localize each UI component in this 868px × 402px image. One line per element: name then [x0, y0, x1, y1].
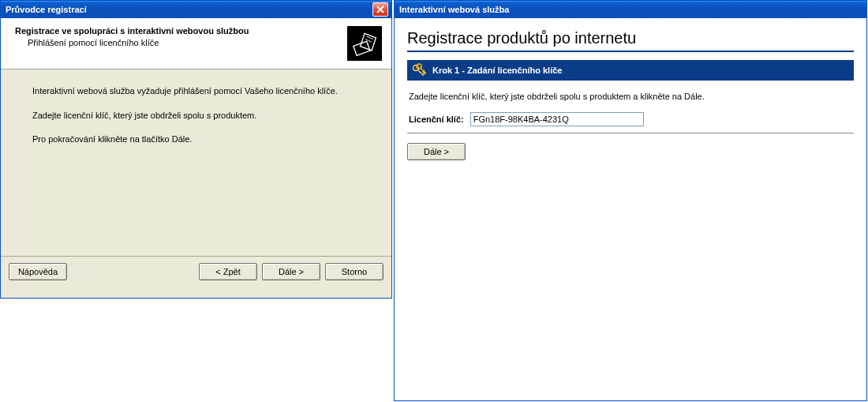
titlebar-text-right: Interaktivní webová služba — [398, 5, 863, 14]
wizard-header-title: Registrace ve spolupráci s interaktivní … — [15, 26, 347, 36]
titlebar-left[interactable]: Průvodce registrací — [1, 1, 391, 18]
body-line-3: Pro pokračování klikněte na tlačítko Dál… — [32, 132, 372, 147]
back-button[interactable]: < Zpět — [199, 263, 257, 280]
step-label: Krok 1 - Zadání licenčního klíče — [432, 66, 562, 75]
wizard-dialog: Průvodce registrací Registrace ve spolup… — [0, 0, 392, 299]
titlebar-right[interactable]: Interaktivní webová služba — [395, 1, 866, 18]
title-rule — [407, 51, 854, 52]
web-service-window: Interaktivní webová služba Registrace pr… — [394, 0, 867, 401]
wizard-header-subtitle: Přihlášení pomocí licenčního klíče — [28, 38, 347, 47]
body-line-2: Zadejte licenční klíč, který jste obdrže… — [32, 108, 372, 123]
web-content: Registrace produktů po internetu Krok 1 … — [395, 18, 866, 400]
wizard-header: Registrace ve spolupráci s interaktivní … — [1, 18, 391, 70]
titlebar-text: Průvodce registrací — [4, 5, 372, 14]
section-rule — [407, 133, 854, 133]
instruction-text: Zadejte licenční klíč, který jste obdrže… — [409, 92, 852, 101]
wizard-body: Interaktivní webová služba vyžaduje přih… — [1, 70, 391, 256]
license-input[interactable] — [470, 112, 644, 126]
step-header: Krok 1 - Zadání licenčního klíče — [407, 60, 854, 81]
license-label: Licenční klíč: — [409, 115, 464, 124]
web-next-button[interactable]: Dále > — [407, 143, 466, 160]
body-line-1: Interaktivní webová služba vyžaduje přih… — [32, 84, 372, 99]
registration-icon — [347, 26, 382, 61]
wizard-footer: Nápověda < Zpět Dále > Storno — [1, 256, 391, 287]
close-icon[interactable] — [372, 2, 388, 17]
page-title: Registrace produktů po internetu — [407, 29, 854, 47]
next-button[interactable]: Dále > — [262, 263, 320, 280]
keys-icon — [412, 63, 428, 77]
license-row: Licenční klíč: — [409, 112, 852, 126]
cancel-button[interactable]: Storno — [325, 263, 383, 280]
help-button[interactable]: Nápověda — [9, 263, 67, 280]
step-section: Zadejte licenční klíč, který jste obdrže… — [409, 92, 852, 126]
